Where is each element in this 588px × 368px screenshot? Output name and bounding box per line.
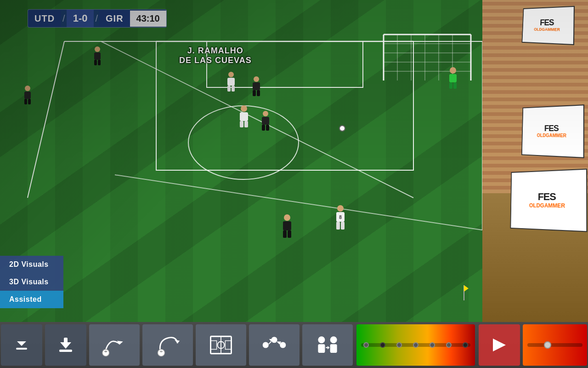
svg-rect-35 [227, 86, 231, 92]
svg-rect-26 [94, 52, 101, 60]
player-white-2 [237, 105, 251, 128]
svg-rect-42 [240, 112, 248, 121]
svg-text:8: 8 [339, 215, 342, 220]
svg-rect-63 [64, 338, 68, 344]
svg-rect-34 [227, 78, 235, 86]
svg-rect-47 [262, 125, 265, 131]
player-dark-4 [260, 110, 271, 132]
svg-marker-67 [175, 340, 180, 344]
slider-dot-1 [363, 342, 369, 348]
slider-track [361, 343, 470, 347]
away-team: GIR [99, 11, 130, 27]
svg-point-37 [254, 76, 259, 82]
svg-rect-64 [59, 350, 72, 352]
collapse-button[interactable] [1, 324, 42, 366]
svg-point-45 [263, 111, 268, 116]
svg-marker-59 [464, 285, 469, 292]
svg-rect-84 [330, 344, 337, 353]
svg-rect-43 [240, 121, 243, 127]
svg-point-83 [330, 336, 337, 343]
player-name-1: J. RAMALHO [179, 46, 252, 56]
formation-button[interactable] [249, 324, 300, 366]
player-white-1 [225, 71, 237, 92]
svg-rect-50 [283, 221, 291, 230]
ball [339, 125, 345, 132]
svg-point-74 [263, 342, 269, 348]
player-names: J. RAMALHO DE LAS CUEVAS [179, 46, 252, 65]
svg-rect-38 [253, 82, 260, 90]
svg-rect-24 [453, 82, 457, 89]
slider-dot-2 [380, 342, 385, 348]
ad-board-3: FES OLDGAMMER [510, 169, 587, 232]
svg-rect-44 [244, 121, 248, 127]
svg-point-25 [95, 46, 100, 52]
svg-rect-72 [211, 341, 217, 350]
svg-point-29 [25, 86, 30, 91]
svg-rect-36 [232, 86, 235, 92]
svg-rect-82 [318, 344, 325, 353]
camera-arc-button[interactable] [89, 324, 140, 366]
svg-marker-87 [328, 346, 329, 350]
download-button[interactable] [45, 324, 86, 366]
scoreboard: UTD / 1-0 / GIR 43:10 [28, 9, 167, 28]
slider-dot-7 [463, 342, 468, 348]
pitch-view-button[interactable] [196, 324, 246, 366]
svg-rect-52 [288, 230, 291, 238]
player-dark-1 [92, 46, 103, 66]
player-dark-3 [250, 76, 262, 97]
substitution-button[interactable] [302, 324, 353, 366]
svg-line-5 [28, 41, 64, 198]
svg-line-8 [115, 175, 482, 230]
svg-rect-60 [16, 348, 27, 350]
assisted-button[interactable]: Assisted [0, 291, 63, 308]
svg-rect-32 [28, 99, 31, 104]
game-viewport: FES OLDGAMMER FES OLDGAMMER FES OLDGAMME… [0, 0, 588, 322]
svg-rect-48 [266, 125, 269, 131]
goalkeeper [447, 67, 459, 89]
svg-rect-40 [257, 90, 260, 96]
intensity-slider[interactable] [523, 324, 587, 366]
svg-rect-28 [98, 60, 101, 65]
svg-rect-22 [449, 74, 457, 82]
svg-point-41 [241, 105, 247, 112]
slider-dot-5 [430, 342, 435, 348]
2d-visuals-button[interactable]: 2D Visuals [0, 256, 63, 273]
slider-dot-4 [413, 342, 418, 348]
corner-flag [459, 283, 469, 301]
player-name-2: DE LAS CUEVAS [179, 56, 252, 65]
svg-point-68 [158, 349, 164, 356]
score-result: 1-0 [67, 10, 94, 27]
bottom-toolbar [0, 322, 588, 368]
svg-point-66 [102, 349, 109, 356]
svg-rect-57 [341, 222, 345, 230]
right-stands [482, 0, 588, 322]
svg-line-77 [269, 342, 271, 345]
replay-button[interactable] [142, 324, 193, 366]
speed-slider[interactable] [356, 324, 475, 366]
svg-point-21 [450, 67, 456, 74]
svg-point-76 [280, 342, 286, 348]
svg-marker-88 [493, 339, 506, 351]
svg-point-49 [284, 214, 290, 221]
forward-button[interactable] [479, 324, 520, 366]
svg-rect-51 [283, 230, 287, 238]
svg-rect-46 [262, 117, 269, 125]
svg-rect-39 [253, 90, 256, 96]
side-menu: 2D Visuals 3D Visuals Assisted [0, 256, 63, 308]
3d-visuals-button[interactable]: 3D Visuals [0, 273, 63, 291]
svg-point-81 [318, 336, 325, 343]
slider-dot-3 [396, 342, 402, 348]
ad-board-1: FES OLDGAMMER [522, 6, 575, 46]
home-team: UTD [28, 11, 61, 27]
svg-line-3 [101, 41, 413, 198]
svg-rect-73 [225, 341, 231, 350]
player-dark-5 [280, 214, 294, 239]
svg-point-33 [228, 72, 234, 77]
slider-dot-6 [446, 342, 452, 348]
svg-marker-61 [17, 341, 26, 346]
svg-rect-31 [24, 99, 27, 104]
svg-rect-30 [24, 92, 31, 99]
svg-point-53 [337, 205, 344, 212]
svg-rect-23 [449, 82, 452, 89]
player-dark-2 [22, 85, 33, 105]
